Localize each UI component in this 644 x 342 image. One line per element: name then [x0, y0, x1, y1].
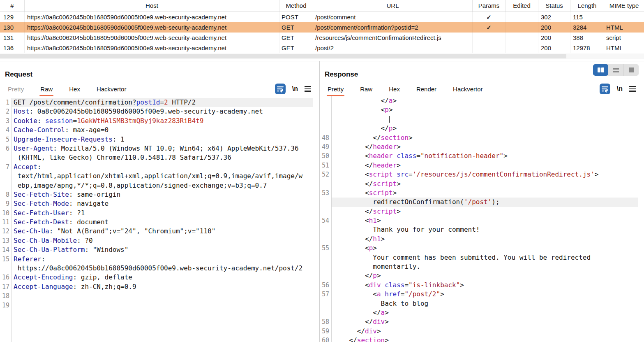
code-line: 48 </section> — [320, 133, 638, 142]
line-number: 4 — [0, 126, 12, 135]
code-line: 16Accept-Encoding: gzip, deflate — [0, 273, 313, 282]
column-header-[interactable]: # — [0, 0, 25, 12]
cell-params — [473, 33, 506, 43]
response-tab-hex[interactable]: Hex — [389, 85, 400, 93]
column-header-length[interactable]: Length — [570, 0, 604, 12]
column-header-mime-type[interactable]: MIME type — [604, 0, 644, 12]
burp-proxy-screen: #HostMethodURLParamsEditedStatusLengthMI… — [0, 0, 644, 342]
line-number — [320, 225, 331, 234]
code-line: Thank you for your comment! — [320, 225, 638, 234]
code-line: </a> — [320, 308, 638, 317]
code-line: (KHTML, like Gecko) Chrome/110.0.5481.78… — [0, 153, 313, 162]
request-tab-hex[interactable]: Hex — [69, 85, 80, 93]
request-editor[interactable]: 1GET /post/comment/confirmation?postId=2… — [0, 98, 313, 342]
code-line: 17Accept-Language: zh-CN,zh;q=0.9 — [0, 282, 313, 291]
cell-mime — [604, 12, 644, 22]
response-tab-hackvertor[interactable]: Hackvertor — [453, 85, 483, 93]
newline-toggle-icon[interactable]: \n — [617, 85, 623, 93]
cell-host: https://0a8c0062045b0b1680590d60005f00e9… — [25, 22, 279, 33]
line-number: 7 — [0, 163, 12, 172]
code-line: Back to blog — [320, 299, 638, 308]
menu-icon[interactable] — [305, 86, 311, 91]
wrap-lines-icon[interactable] — [600, 84, 610, 94]
table-horizontal-scrollbar[interactable] — [0, 54, 644, 59]
column-header-status[interactable]: Status — [538, 0, 570, 12]
code-text: </p> — [331, 124, 638, 133]
request-title: Request — [5, 70, 32, 79]
response-tab-render[interactable]: Render — [416, 85, 436, 93]
code-text: <header class="notification-header"> — [331, 151, 638, 161]
column-header-method[interactable]: Method — [279, 0, 313, 12]
cell-status: 200 — [538, 33, 570, 43]
code-line: 49 </header> — [320, 142, 638, 151]
request-tab-raw[interactable]: Raw — [40, 85, 53, 93]
layout-columns-button[interactable] — [593, 64, 608, 76]
column-header-url[interactable]: URL — [313, 0, 473, 12]
code-text: ebp,image/apng,*/*;q=0.8,application/sig… — [12, 181, 313, 190]
code-line: 11Sec-Fetch-Dest: document — [0, 218, 313, 227]
column-header-edited[interactable]: Edited — [506, 0, 538, 12]
table-header-row: #HostMethodURLParamsEditedStatusLengthMI… — [0, 0, 644, 12]
history-row-130[interactable]: 130https://0a8c0062045b0b1680590d60005f0… — [0, 22, 644, 33]
column-header-host[interactable]: Host — [25, 0, 279, 12]
response-editor[interactable]: </a> <p> </p>48 </section>49 </header>50… — [320, 96, 638, 342]
response-editor-toolbar: \n — [600, 84, 636, 94]
line-number — [0, 264, 12, 273]
layout-single-button[interactable] — [623, 64, 639, 76]
params-check-icon: ✓ — [486, 24, 492, 31]
line-number: 1 — [0, 98, 12, 107]
code-text: </script> — [331, 207, 638, 216]
code-line: 18 — [0, 291, 313, 300]
code-text: (KHTML, like Gecko) Chrome/110.0.5481.78… — [12, 153, 313, 162]
line-number — [320, 235, 331, 244]
code-line: </p> — [320, 271, 638, 280]
response-tab-pretty[interactable]: Pretty — [328, 85, 344, 93]
wrap-lines-icon[interactable] — [275, 84, 286, 94]
menu-icon[interactable] — [629, 86, 636, 91]
line-number — [320, 115, 331, 124]
line-number: 53 — [320, 188, 331, 198]
line-number — [0, 153, 12, 162]
code-line: 58 </div> — [320, 317, 638, 326]
code-text: </p> — [331, 271, 638, 280]
response-tab-raw[interactable]: Raw — [360, 85, 372, 93]
code-text: </div> — [331, 317, 638, 326]
code-text: Sec-Ch-Ua-Mobile: ?0 — [12, 236, 313, 245]
code-line: momentarily. — [320, 262, 638, 271]
line-number: 9 — [0, 199, 12, 208]
request-editor-toolbar: \n — [275, 84, 311, 94]
request-tab-hackvertor[interactable]: Hackvertor — [97, 85, 127, 93]
cell-mime: script — [604, 33, 644, 43]
history-row-131[interactable]: 131https://0a8c0062045b0b1680590d60005f0… — [0, 33, 644, 43]
code-line: https://0a8c0062045b0b1680590d60005f00e9… — [0, 264, 313, 273]
history-row-129[interactable]: 129https://0a8c0062045b0b1680590d60005f0… — [0, 12, 644, 22]
history-row-136[interactable]: 136https://0a8c0062045b0b1680590d60005f0… — [0, 43, 644, 53]
cell-host: https://0a8c0062045b0b1680590d60005f00e9… — [25, 43, 279, 53]
cell-length: 3284 — [570, 22, 604, 33]
code-text: </a> — [331, 308, 638, 317]
line-number — [320, 105, 331, 114]
line-number: 56 — [320, 281, 331, 290]
column-header-params[interactable]: Params — [473, 0, 506, 12]
line-number: 58 — [320, 317, 331, 326]
response-tabs: PrettyRawHexRenderHackvertor — [328, 85, 483, 93]
cell-number: 129 — [0, 12, 25, 22]
cell-length: 388 — [570, 33, 604, 43]
newline-toggle-icon[interactable]: \n — [292, 85, 298, 93]
code-line: 10Sec-Fetch-User: ?1 — [0, 209, 313, 218]
cell-number: 130 — [0, 22, 25, 33]
code-text: </h1> — [331, 235, 638, 244]
line-number — [320, 198, 331, 207]
line-number: 12 — [0, 227, 12, 236]
cell-status: 200 — [538, 43, 570, 53]
scrollbar-thumb[interactable] — [0, 54, 566, 58]
code-text: Referer: — [12, 255, 313, 264]
cell-length: 115 — [570, 12, 604, 22]
line-number: 15 — [0, 255, 12, 264]
layout-rows-button[interactable] — [608, 64, 623, 76]
code-line: 5Upgrade-Insecure-Requests: 1 — [0, 135, 313, 144]
code-text: </header> — [331, 161, 638, 170]
code-line: 13Sec-Ch-Ua-Mobile: ?0 — [0, 236, 313, 245]
request-tab-pretty[interactable]: Pretty — [8, 85, 24, 93]
code-text: <script> — [331, 188, 638, 198]
